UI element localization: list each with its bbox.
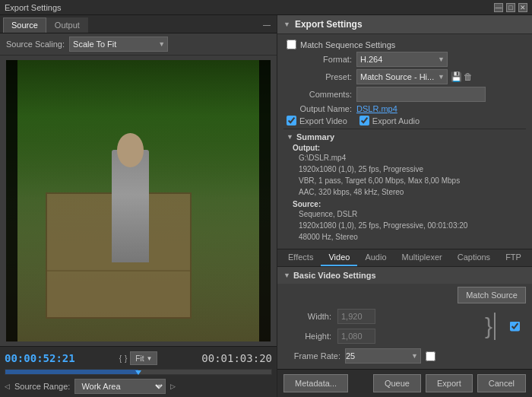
maximize-button[interactable]: □	[506, 3, 515, 12]
summary-source-label: Source:	[293, 200, 321, 208]
summary-output-line1: G:\DSLR.mp4	[299, 152, 523, 164]
height-row: Height:	[290, 329, 526, 344]
timeline-fill	[5, 370, 138, 374]
right-scroll-area[interactable]: Match Sequence Settings Format: H.264 H.…	[277, 34, 532, 369]
tab-effects[interactable]: Effects	[280, 249, 321, 266]
comments-input[interactable]	[356, 87, 486, 102]
framerate-label: Frame Rate:	[283, 351, 340, 360]
save-preset-icon[interactable]: 💾	[451, 71, 462, 82]
summary-output-line3: VBR, 1 pass, Target 6,00 Mbps, Max 8,00 …	[299, 175, 523, 186]
summary-output-label: Output: G:\DSLR.mp4 1920x1080 (1,0), 25 …	[287, 143, 523, 198]
tab-output[interactable]: Output	[46, 17, 88, 33]
basic-video-settings-header: ▼ Basic Video Settings	[277, 267, 532, 284]
timeline-slider[interactable]	[5, 369, 272, 375]
scene-person-head	[117, 133, 144, 167]
divider1	[283, 129, 526, 129]
export-settings-header: ▼ Export Settings	[277, 15, 532, 34]
fit-dropdown[interactable]: Fit ▼	[130, 351, 157, 365]
summary-source-line1: Sequence, DSLR	[299, 208, 523, 220]
source-range-label: Source Range:	[14, 382, 70, 391]
export-audio-checkbox[interactable]	[359, 116, 369, 125]
bvs-expand-icon[interactable]: ▼	[283, 272, 290, 279]
video-inner	[6, 60, 271, 341]
export-button[interactable]: Export	[426, 374, 473, 392]
framerate-select[interactable]: 25 23.976 24 29.97 30	[345, 348, 421, 364]
timecode-duration[interactable]: 00:01:03:20	[201, 352, 272, 364]
bvs-content: Match Source Width: } Height:	[277, 284, 532, 369]
tab-video[interactable]: Video	[321, 249, 357, 266]
summary-source-section: Source: Sequence, DSLR 1920x1080 (1,0), …	[287, 199, 523, 243]
summary-output-line2: 1920x1080 (1,0), 25 fps, Progressive	[299, 164, 523, 175]
scaling-select[interactable]: Scale To Fit Scale To Fill Stretch To Fi…	[69, 37, 168, 52]
settings-tabs: Effects Video Audio Multiplexer Captions…	[277, 249, 532, 267]
export-video-checkbox[interactable]	[287, 116, 296, 125]
comments-label: Comments:	[283, 90, 352, 99]
wh-group: Width: } Height:	[290, 306, 526, 346]
summary-source-line3: 48000 Hz, Stereo	[299, 231, 523, 243]
format-select-wrapper: H.264 H.265 MPEG2 ▼	[356, 52, 448, 67]
summary-expand-icon[interactable]: ▼	[287, 133, 293, 141]
preset-row: Preset: Match Source - Hi... ▼ 💾 🗑	[283, 69, 526, 84]
match-sequence-checkbox[interactable]	[287, 40, 296, 49]
match-source-button[interactable]: Match Source	[458, 287, 526, 303]
match-source-row: Match Source	[283, 287, 526, 303]
output-name-row: Output Name: DSLR.mp4	[283, 104, 526, 113]
output-name-label: Output Name:	[283, 104, 352, 113]
tab-source[interactable]: Source	[3, 17, 46, 33]
summary-output-line4: AAC, 320 kbps, 48 kHz, Stereo	[299, 186, 523, 198]
crate-line2	[46, 270, 191, 272]
title-bar: Export Settings — □ ✕	[0, 0, 532, 15]
delete-preset-icon[interactable]: 🗑	[464, 71, 473, 82]
tab-captions[interactable]: Captions	[450, 249, 498, 266]
framerate-select-wrapper: 25 23.976 24 29.97 30 ▼	[345, 348, 421, 364]
tab-audio[interactable]: Audio	[357, 249, 394, 266]
summary-header: ▼ Summary	[287, 132, 523, 141]
timecode-current[interactable]: 00:00:52:21	[5, 352, 75, 364]
summary-source-line2: 1920x1080 (1,0), 25 fps, Progressive, 00…	[299, 220, 523, 231]
tab-ftp[interactable]: FTP	[498, 249, 529, 266]
range-right-arrow[interactable]: ▷	[170, 383, 176, 390]
framerate-row: Frame Rate: 25 23.976 24 29.97 30 ▼	[283, 348, 526, 364]
format-label: Format:	[283, 55, 352, 64]
height-input[interactable]	[337, 329, 375, 344]
scaling-row: Source Scaling: Scale To Fit Scale To Fi…	[0, 33, 277, 56]
close-button[interactable]: ✕	[518, 3, 527, 12]
collapse-button[interactable]: —	[260, 21, 274, 29]
scaling-select-wrapper: Scale To Fit Scale To Fill Stretch To Fi…	[69, 37, 168, 52]
format-row: Format: H.264 H.265 MPEG2 ▼	[283, 52, 526, 67]
time-row: 00:00:52:21 { } Fit ▼ 00:01:03:20	[5, 350, 272, 367]
export-video-label: Export Video	[287, 116, 347, 125]
title-bar-text: Export Settings	[5, 3, 62, 12]
mark-in-icon[interactable]: {	[119, 354, 122, 363]
timeline-playhead	[135, 370, 141, 375]
width-label: Width:	[290, 312, 331, 321]
export-audio-label: Export Audio	[359, 116, 420, 125]
video-preview	[6, 60, 271, 341]
format-select[interactable]: H.264 H.265 MPEG2	[356, 52, 448, 67]
left-tab-bar: Source Output —	[0, 15, 277, 33]
output-name-link[interactable]: DSLR.mp4	[356, 104, 397, 113]
scaling-label: Source Scaling:	[6, 40, 65, 49]
summary-section: ▼ Summary Output: G:\DSLR.mp4 1920x1080 …	[283, 132, 526, 243]
preset-select[interactable]: Match Source - Hi...	[356, 69, 448, 84]
left-panel: Source Output — Source Scaling: Scale To…	[0, 15, 277, 397]
match-sequence-row: Match Sequence Settings	[283, 40, 526, 49]
expand-icon[interactable]: ▼	[283, 21, 290, 28]
crate-line1	[46, 317, 191, 319]
queue-button[interactable]: Queue	[373, 374, 421, 392]
metadata-button[interactable]: Metadata...	[283, 374, 348, 392]
mark-out-icon[interactable]: }	[125, 354, 127, 363]
minimize-button[interactable]: —	[494, 3, 503, 12]
source-range-select[interactable]: Work Area Entire Sequence Custom	[74, 379, 166, 394]
playback-bar: 00:00:52:21 { } Fit ▼ 00:01:03:20 ◁	[0, 346, 277, 397]
title-bar-controls: — □ ✕	[494, 3, 527, 12]
range-left-arrow[interactable]: ◁	[5, 383, 10, 390]
cancel-button[interactable]: Cancel	[477, 374, 526, 392]
width-input[interactable]	[337, 309, 375, 324]
summary-title: Summary	[296, 132, 334, 141]
fit-arrow: ▼	[146, 355, 152, 362]
match-sequence-label: Match Sequence Settings	[300, 40, 395, 49]
framerate-checkbox[interactable]	[426, 351, 435, 361]
wh-link-checkbox[interactable]	[510, 322, 520, 332]
tab-multiplexer[interactable]: Multiplexer	[394, 249, 450, 266]
